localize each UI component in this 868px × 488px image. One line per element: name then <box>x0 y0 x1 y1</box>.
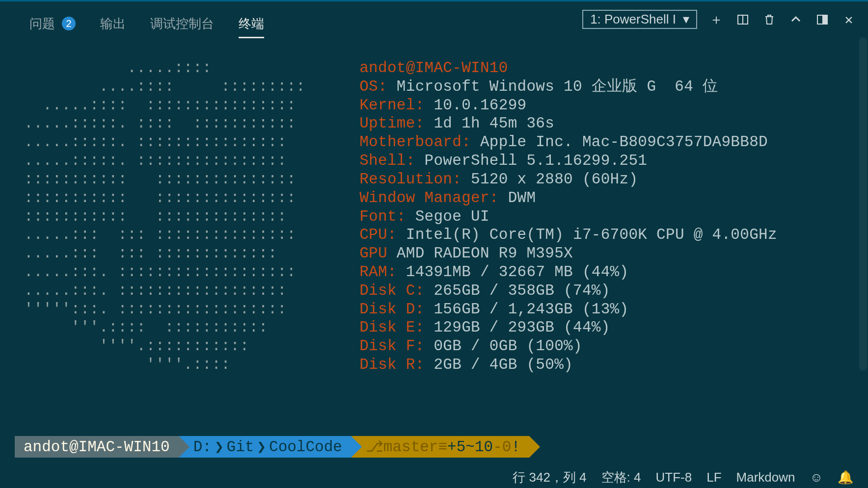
diskf-value: 0GB / 0GB (100%) <box>434 337 582 355</box>
cpu-label: CPU: <box>359 226 397 243</box>
tab-problems-label: 问题 <box>29 15 55 32</box>
prompt-user-segment: andot@IMAC-WIN10 <box>15 436 179 458</box>
terminal-select[interactable]: 1: PowerShell I ▾ <box>582 10 697 29</box>
diskd-label: Disk D: <box>359 301 424 318</box>
font-value: Segoe UI <box>415 208 489 225</box>
problems-count-badge: 2 <box>62 17 76 30</box>
diskf-label: Disk F: <box>359 337 424 355</box>
diskr-value: 2GB / 4GB (50%) <box>434 356 573 373</box>
prompt-user: andot@IMAC-WIN10 <box>24 438 170 456</box>
git-bang: ! <box>511 438 520 456</box>
wm-value: DWM <box>508 189 536 206</box>
prompt-drive: D: <box>193 438 212 456</box>
tab-debug-console[interactable]: 调试控制台 <box>150 15 214 32</box>
uptime-value: 1d 1h 45m 36s <box>434 115 554 132</box>
close-panel-icon[interactable]: ✕ <box>841 12 856 27</box>
tab-output[interactable]: 输出 <box>100 15 126 32</box>
terminal-select-value: 1: PowerShell I <box>590 12 676 27</box>
ram-value: 14391MB / 32667 MB (44%) <box>406 263 629 281</box>
tab-output-label: 输出 <box>100 15 126 32</box>
tab-terminal[interactable]: 终端 <box>239 15 264 32</box>
status-cursor[interactable]: 行 342，列 4 <box>513 469 586 486</box>
mb-value: Apple Inc. Mac-B809C3757DA9BB8D <box>480 133 768 151</box>
git-eq-icon: ≡ <box>438 438 447 456</box>
uptime-label: Uptime: <box>359 115 424 132</box>
kill-terminal-icon[interactable] <box>762 12 777 27</box>
font-label: Font: <box>359 208 406 225</box>
terminal-scrollbar[interactable] <box>859 37 867 371</box>
feedback-icon[interactable]: ☺ <box>810 470 823 485</box>
terminal-output[interactable]: .....:::: ....:::: ::::::::: .....:::: :… <box>15 59 853 449</box>
diske-label: Disk E: <box>359 319 424 336</box>
status-encoding[interactable]: UTF-8 <box>656 470 692 485</box>
new-terminal-icon[interactable]: ＋ <box>709 12 724 27</box>
chevron-down-icon: ▾ <box>683 12 689 27</box>
window-top-border <box>0 0 868 1</box>
terminal-toolbar: 1: PowerShell I ▾ ＋ ✕ <box>582 10 856 29</box>
prompt-git: Git <box>227 438 254 456</box>
ram-label: RAM: <box>359 263 397 281</box>
gpu-label: GPU <box>359 245 387 262</box>
diskr-label: Disk R: <box>359 356 424 373</box>
svg-rect-3 <box>823 15 827 24</box>
gpu-value: AMD RADEON R9 M395X <box>397 245 573 262</box>
mb-label: Motherboard: <box>359 133 471 151</box>
status-bar: 行 342，列 4 空格: 4 UTF-8 LF Markdown ☺ 🔔 <box>0 466 868 488</box>
sysinfo-block: andot@IMAC-WIN10 OS: Microsoft Windows 1… <box>359 59 777 374</box>
chevron-icon: ❯ <box>257 437 266 456</box>
res-label: Resolution: <box>359 171 461 188</box>
diskd-value: 156GB / 1,243GB (13%) <box>434 301 628 318</box>
notifications-icon[interactable]: 🔔 <box>838 470 853 485</box>
shell-value: PowerShell 5.1.16299.251 <box>425 152 648 169</box>
kernel-label: Kernel: <box>359 97 424 114</box>
sys-user: andot@IMAC-WIN10 <box>359 59 508 77</box>
prompt-git-segment: ⎇ master ≡ +5 ~10 -0 ! <box>351 436 529 458</box>
wm-label: Window Manager: <box>359 189 499 206</box>
chevron-icon: ❯ <box>215 437 224 456</box>
git-minus: -0 <box>493 438 511 456</box>
git-plus: +5 <box>447 438 465 456</box>
status-spaces[interactable]: 空格: 4 <box>601 469 641 486</box>
powerline-prompt: andot@IMAC-WIN10 D: ❯ Git ❯ CoolCode ⎇ m… <box>15 436 853 458</box>
status-language[interactable]: Markdown <box>736 470 795 485</box>
prompt-path-segment: D: ❯ Git ❯ CoolCode <box>179 436 351 458</box>
maximize-panel-icon[interactable] <box>788 12 803 27</box>
res-value: 5120 x 2880 (60Hz) <box>471 171 638 188</box>
cpu-value: Intel(R) Core(TM) i7-6700K CPU @ 4.00GHz <box>406 226 777 243</box>
ascii-art: .....:::: ....:::: ::::::::: .....:::: :… <box>15 59 305 374</box>
tab-debug-label: 调试控制台 <box>150 15 214 32</box>
diske-value: 129GB / 293GB (44%) <box>434 319 610 336</box>
tab-problems[interactable]: 问题 2 <box>29 15 76 32</box>
status-eol[interactable]: LF <box>706 470 721 485</box>
prompt-repo: CoolCode <box>269 438 342 456</box>
diskc-value: 265GB / 358GB (74%) <box>434 282 610 299</box>
split-terminal-icon[interactable] <box>735 12 750 27</box>
shell-label: Shell: <box>359 152 415 169</box>
git-tilde: ~10 <box>465 438 493 456</box>
tab-terminal-label: 终端 <box>239 15 264 32</box>
kernel-value: 10.0.16299 <box>434 97 526 114</box>
diskc-label: Disk C: <box>359 282 424 299</box>
move-panel-icon[interactable] <box>815 12 830 27</box>
os-value: Microsoft Windows 10 企业版 G 64 位 <box>397 78 718 95</box>
git-branch-icon: ⎇ <box>366 437 383 456</box>
os-label: OS: <box>359 78 387 95</box>
git-branch: master <box>383 438 438 456</box>
